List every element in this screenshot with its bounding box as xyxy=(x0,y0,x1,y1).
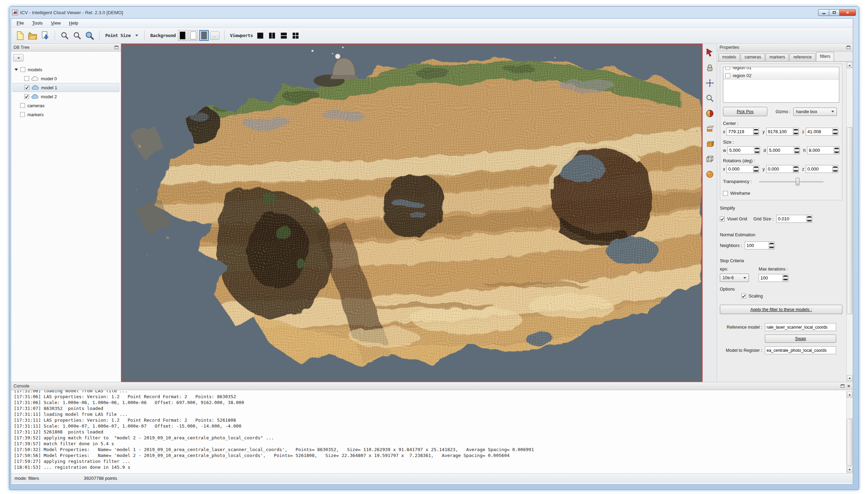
tree-item-cameras[interactable]: cameras xyxy=(12,101,119,110)
background-custom-button[interactable]: ... xyxy=(210,31,219,40)
eps-combo[interactable]: 10e-6 xyxy=(720,274,749,282)
tree-item-model-1[interactable]: model 1 xyxy=(12,83,119,92)
spinner[interactable] xyxy=(807,215,812,223)
import-button[interactable] xyxy=(39,29,51,42)
rot-z-field[interactable] xyxy=(806,165,833,173)
tab-filters[interactable]: filters xyxy=(816,52,834,61)
menu-tools[interactable]: Tools xyxy=(28,19,47,27)
rot-y-field[interactable] xyxy=(766,165,793,173)
models-checkbox[interactable] xyxy=(20,67,25,72)
spinner[interactable] xyxy=(834,146,840,154)
tab-markers[interactable]: markers xyxy=(766,53,789,61)
spinner[interactable] xyxy=(753,128,759,136)
model-0-checkbox[interactable] xyxy=(24,76,29,81)
size-h-field[interactable] xyxy=(807,146,834,154)
pick-pos-button[interactable]: Pick Pos xyxy=(723,107,767,116)
zoom-out-button[interactable] xyxy=(58,29,71,42)
scroll-down-icon[interactable] xyxy=(847,375,852,381)
color-tool-button[interactable] xyxy=(704,106,716,121)
model-1-checkbox[interactable] xyxy=(25,85,29,90)
spinner[interactable] xyxy=(833,128,838,136)
expand-icon[interactable] xyxy=(15,68,18,71)
scrollbar-thumb[interactable] xyxy=(847,419,852,466)
tab-cameras[interactable]: cameras xyxy=(741,53,765,61)
viewport-single-button[interactable] xyxy=(255,30,266,41)
scaling-checkbox[interactable] xyxy=(741,294,746,299)
tree-item-model-2[interactable]: model 2 xyxy=(12,92,119,101)
new-file-button[interactable] xyxy=(14,29,26,42)
properties-scrollbar[interactable] xyxy=(846,62,853,382)
rot-x-field[interactable] xyxy=(726,165,753,173)
float-panel-icon[interactable] xyxy=(847,46,850,49)
region-list[interactable]: region 01 region 02 xyxy=(723,67,839,103)
menu-file[interactable]: File xyxy=(12,19,28,27)
center-x-field[interactable] xyxy=(726,128,753,136)
slider-thumb[interactable] xyxy=(796,178,799,185)
viewport-3d[interactable] xyxy=(121,44,703,382)
console-scrollbar[interactable] xyxy=(846,391,853,473)
max-iterations-field[interactable] xyxy=(759,274,783,282)
reference-model-field[interactable] xyxy=(765,323,836,331)
list-item-region-01[interactable]: region 01 xyxy=(723,67,839,72)
model-2-checkbox[interactable] xyxy=(24,94,29,99)
markers-checkbox[interactable] xyxy=(20,112,25,117)
point-size-dropdown-icon[interactable] xyxy=(135,35,138,36)
menu-help[interactable]: Help xyxy=(65,19,82,27)
viewport-quad-button[interactable] xyxy=(290,30,301,41)
float-panel-icon[interactable] xyxy=(841,384,844,388)
tab-models[interactable]: models xyxy=(718,53,740,61)
scroll-down-icon[interactable] xyxy=(847,467,852,473)
menu-view[interactable]: View xyxy=(47,19,65,27)
spinner[interactable] xyxy=(793,165,799,173)
tree-item-models[interactable]: models xyxy=(12,65,119,74)
background-white-swatch[interactable] xyxy=(189,30,198,41)
float-panel-icon[interactable] xyxy=(115,46,118,49)
maximize-button[interactable] xyxy=(829,9,840,16)
box-tool-button[interactable] xyxy=(704,136,716,152)
spinner[interactable] xyxy=(769,241,775,249)
neighbors-field[interactable] xyxy=(745,241,769,249)
tree-item-model-0[interactable]: model 0 xyxy=(12,74,119,83)
transparency-slider[interactable] xyxy=(759,178,823,185)
center-y-field[interactable] xyxy=(766,128,793,136)
gizmo-combo[interactable]: handle box xyxy=(793,108,837,116)
translate-tool-button[interactable] xyxy=(704,75,716,91)
viewport-split-horizontal-button[interactable] xyxy=(279,30,289,41)
center-z-field[interactable] xyxy=(806,128,833,136)
voxel-grid-checkbox[interactable] xyxy=(720,217,725,221)
tree-item-markers[interactable]: markers xyxy=(12,110,119,119)
size-w-field[interactable] xyxy=(727,146,754,154)
spinner[interactable] xyxy=(783,274,788,282)
background-black-swatch[interactable] xyxy=(178,30,187,41)
console-log[interactable]: [17:31:06] loading model from LAS file .… xyxy=(11,390,853,473)
swap-button[interactable]: Swap xyxy=(765,335,836,343)
region-01-checkbox[interactable] xyxy=(725,67,730,70)
clip-box-tool-button[interactable] xyxy=(704,121,716,136)
close-button[interactable]: ✕ xyxy=(840,9,856,16)
size-d-field[interactable] xyxy=(767,146,794,154)
spinner[interactable] xyxy=(794,146,800,154)
scroll-up-icon[interactable] xyxy=(847,62,852,68)
cameras-checkbox[interactable] xyxy=(20,103,25,108)
open-file-button[interactable] xyxy=(26,29,39,42)
spinner[interactable] xyxy=(793,128,799,136)
zoom-tool-button[interactable] xyxy=(704,91,716,106)
list-item-region-02[interactable]: region 02 xyxy=(723,72,839,80)
apply-filter-button[interactable]: Apply the filter to these models : xyxy=(720,305,842,314)
close-console-icon[interactable]: ✕ xyxy=(847,384,850,388)
scrollbar-thumb[interactable] xyxy=(847,127,852,314)
title-bar[interactable]: ICV - Intelligent Cloud Viewer - Rel. 2.… xyxy=(9,7,859,18)
select-tool-button[interactable] xyxy=(704,45,716,60)
tab-reference[interactable]: reference xyxy=(789,53,815,61)
lock-tool-button[interactable] xyxy=(704,60,716,75)
minimize-button[interactable] xyxy=(818,9,829,16)
background-slate-swatch[interactable] xyxy=(199,30,209,41)
wire-box-tool-button[interactable] xyxy=(704,152,716,167)
wireframe-checkbox[interactable] xyxy=(723,191,728,196)
viewport-split-vertical-button[interactable] xyxy=(267,30,278,41)
tree-back-button[interactable]: ◄ xyxy=(13,54,24,62)
sphere-tool-button[interactable] xyxy=(704,167,716,182)
zoom-in-button[interactable] xyxy=(71,29,83,42)
spinner[interactable] xyxy=(753,165,759,173)
grid-size-field[interactable] xyxy=(776,215,807,223)
